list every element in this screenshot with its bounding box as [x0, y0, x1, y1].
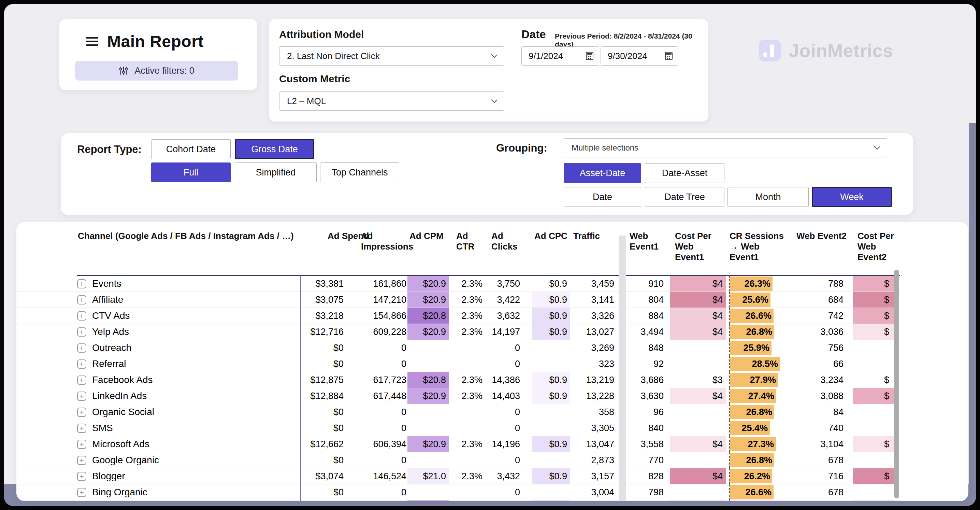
cr-value: 27.4%	[730, 391, 776, 402]
ad-cpc-cell: $0.9	[532, 436, 570, 452]
table-row[interactable]: +Affiliate$3,075147,210$20.92.3%3,422$0.…	[16, 292, 900, 308]
table-row[interactable]: +Yelp Ads$12,716609,228$20.92.3%14,197$0…	[16, 324, 900, 340]
toggle-button-month[interactable]: Month	[727, 187, 809, 207]
previous-period-text: Previous Period: 8/2/2024 - 8/31/2024 (3…	[555, 32, 708, 48]
expand-row-cell: +	[77, 484, 89, 500]
ad-ctr-cell	[450, 404, 482, 420]
table-row[interactable]: +LinkedIn Ads$12,884617,448$20.92.3%14,4…	[16, 388, 900, 404]
attribution-model-select[interactable]: 2. Last Non Direct Click	[279, 46, 504, 65]
toggle-button-cohort-date[interactable]: Cohort Date	[151, 139, 231, 159]
expand-row-icon[interactable]: +	[77, 392, 86, 401]
toggle-button-week[interactable]: Week	[812, 187, 892, 207]
ad-cpc-cell	[532, 356, 570, 372]
channel-cell: LinkedIn Ads	[92, 388, 283, 404]
chevron-down-icon	[874, 143, 880, 150]
ad-ctr-cell: 2.3%	[450, 308, 482, 324]
toggle-button-full[interactable]: Full	[151, 163, 231, 182]
col-header-traffic[interactable]: Traffic	[573, 231, 611, 241]
table-row[interactable]: +Bing Organic$0003,00479826.6%678	[16, 484, 900, 500]
table-rows: +Events$3,381161,860$20.92.3%3,750$0.93,…	[16, 276, 900, 501]
table-row[interactable]: +Instagram Ads$12,629605,432$20.92.3%14,…	[16, 500, 900, 501]
active-filters-pill[interactable]: Active filters: 0	[75, 61, 238, 81]
traffic-cell: 12,980	[571, 500, 614, 501]
toggle-button-asset-date[interactable]: Asset-Date	[564, 163, 641, 183]
table-vertical-scrollbar[interactable]	[894, 270, 899, 499]
expand-row-icon[interactable]: +	[77, 488, 86, 497]
col-header-ad-ctr[interactable]: Ad CTR	[456, 231, 475, 252]
filters-icon	[119, 66, 128, 75]
col-header-ad-impressions[interactable]: Ad Impressions	[361, 231, 409, 252]
right-band	[969, 123, 976, 506]
toggle-button-date-asset[interactable]: Date-Asset	[645, 163, 724, 183]
calendar-icon[interactable]	[586, 52, 593, 60]
ad-ctr-cell	[450, 484, 482, 500]
expand-row-icon[interactable]: +	[77, 376, 86, 385]
grouping-select[interactable]: Multiple selections	[564, 138, 887, 157]
table-row[interactable]: +Microsoft Ads$12,662606,394$20.92.3%14,…	[16, 436, 900, 452]
expand-row-icon[interactable]: +	[77, 424, 86, 433]
traffic-cell: 3,459	[571, 276, 614, 292]
inner-vertical-scrollbar[interactable]	[619, 236, 626, 501]
expand-row-icon[interactable]: +	[77, 311, 86, 320]
table-row[interactable]: +Facebook Ads$12,875617,723$20.82.3%14,3…	[16, 372, 900, 388]
expand-row-icon[interactable]: +	[77, 472, 86, 481]
table-row[interactable]: +Outreach$0003,26984825.9%756	[16, 340, 900, 356]
toggle-button-date-tree[interactable]: Date Tree	[645, 187, 724, 207]
cost-per-web-event1-cell	[670, 340, 726, 356]
table-row[interactable]: +Referral$0003239228.5%66	[16, 356, 900, 372]
ad-clicks-cell: 14,196	[484, 436, 520, 452]
col-header-ad-cpm[interactable]: Ad CPM	[409, 231, 447, 241]
toggle-button-date[interactable]: Date	[564, 187, 641, 207]
cost-per-web-event2-cell	[853, 420, 894, 436]
expand-row-icon[interactable]: +	[77, 295, 86, 304]
ad-cpm-cell	[407, 452, 449, 468]
col-header-ad-clicks[interactable]: Ad Clicks	[492, 231, 519, 252]
ad-cpc-cell: $0.9	[532, 324, 570, 339]
attribution-model-value: 2. Last Non Direct Click	[287, 51, 380, 61]
table-row[interactable]: +SMS$0003,30584025.4%740	[16, 420, 900, 436]
traffic-cell: 3,004	[571, 484, 614, 500]
ad-cpm-cell: $20.8	[407, 308, 449, 324]
col-header-cost-per-web-event2[interactable]: Cost Per Web Event2	[858, 231, 895, 263]
table-row[interactable]: +Google Organic$0002,87377026.8%678	[16, 452, 900, 469]
col-header-channel[interactable]: Channel (Google Ads / FB Ads / Instagram…	[78, 231, 310, 241]
expand-row-icon[interactable]: +	[77, 327, 86, 336]
col-header-ad-cpc[interactable]: Ad CPC	[535, 231, 572, 241]
col-header-web-event1[interactable]: Web Event1	[630, 231, 659, 252]
menu-icon[interactable]	[86, 37, 98, 46]
col-header-cost-per-web-event1[interactable]: Cost Per Web Event1	[675, 231, 714, 263]
cr-value: 26.8%	[730, 407, 774, 418]
ad-spend-cell: $0	[301, 452, 344, 468]
toggle-button-top-channels[interactable]: Top Channels	[320, 163, 399, 182]
ad-spend-cell: $0	[301, 484, 344, 500]
toggle-button-gross-date[interactable]: Gross Date	[235, 139, 314, 159]
table-row[interactable]: +Events$3,381161,860$20.92.3%3,750$0.93,…	[16, 276, 900, 292]
expand-row-icon[interactable]: +	[77, 440, 86, 449]
expand-row-icon[interactable]: +	[77, 343, 86, 353]
traffic-cell: 13,228	[571, 388, 614, 404]
col-header-web-event2[interactable]: Web Event2	[796, 231, 854, 241]
date-start-input[interactable]: 9/1/2024	[522, 46, 599, 65]
cr-sessions-web-event1-cell: 26.8%	[729, 452, 800, 468]
expand-row-icon[interactable]: +	[77, 279, 86, 288]
table-row[interactable]: +Organic Social$0003589626.8%84	[16, 404, 900, 420]
col-header-cr-sessions-web-event1[interactable]: CR Sessions → Web Event1	[730, 231, 784, 263]
table-row[interactable]: +CTV Ads$3,218154,866$20.82.3%3,632$0.93…	[16, 308, 900, 324]
channel-cell: Organic Social	[92, 404, 283, 420]
cost-per-web-event1-cell: $4	[670, 276, 726, 292]
chevron-down-icon	[491, 97, 497, 103]
traffic-cell: 2,873	[571, 452, 614, 468]
date-start-value: 9/1/2024	[528, 51, 563, 61]
expand-row-icon[interactable]: +	[77, 408, 86, 417]
table-row[interactable]: +Blogger$3,074146,524$21.02.3%3,432$0.93…	[16, 469, 900, 484]
traffic-cell: 13,219	[571, 372, 614, 388]
expand-row-icon[interactable]: +	[77, 456, 86, 465]
cr-value: 26.6%	[730, 311, 773, 321]
date-end-input[interactable]: 9/30/2024	[601, 46, 678, 65]
calendar-icon[interactable]	[665, 52, 673, 60]
custom-metric-select[interactable]: L2 – MQL	[279, 91, 504, 111]
web-event1-cell: 848	[627, 340, 664, 356]
ad-clicks-cell: 3,750	[484, 276, 520, 292]
toggle-button-simplified[interactable]: Simplified	[235, 163, 317, 182]
expand-row-icon[interactable]: +	[77, 359, 86, 369]
